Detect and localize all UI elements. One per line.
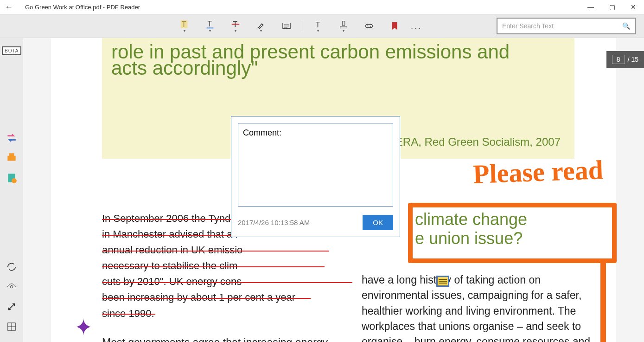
search-icon[interactable]: 🔍	[622, 22, 630, 30]
fax-tool[interactable]	[2, 148, 21, 167]
underline-tool[interactable]: T▾	[197, 17, 223, 35]
sticky-note-icon[interactable]	[436, 276, 449, 287]
bota-toggle[interactable]: BOTA	[2, 46, 21, 55]
clipboard-tool[interactable]	[2, 168, 21, 187]
ink-tool[interactable]: ▾	[248, 17, 274, 35]
search-box[interactable]: 🔍	[497, 18, 636, 34]
svg-rect-13	[7, 156, 15, 161]
ink-annotation-text[interactable]: Please read	[472, 154, 604, 190]
note-tool[interactable]	[274, 17, 299, 35]
body-column-1: Most governments agree that increasing e…	[102, 335, 343, 342]
ink-annotation-box[interactable]	[408, 203, 617, 263]
view-tool[interactable]	[2, 277, 21, 296]
more-tools-button[interactable]: ...	[407, 21, 426, 31]
left-sidebar: BOTA	[0, 38, 23, 342]
document-canvas[interactable]: role in past and present carbon emission…	[23, 38, 644, 342]
svg-text:T: T	[207, 19, 212, 27]
current-page[interactable]: 8	[612, 55, 625, 64]
stamp-tool[interactable]: ▾	[331, 17, 356, 35]
back-button[interactable]: ←	[5, 2, 16, 12]
total-pages: / 15	[628, 56, 638, 63]
svg-rect-11	[342, 21, 345, 25]
close-button[interactable]: ✕	[623, 0, 644, 14]
comment-textarea[interactable]: Comment:	[238, 123, 393, 206]
sync-tool[interactable]	[2, 258, 21, 276]
highlight-tool[interactable]: T▾	[172, 17, 197, 35]
svg-rect-1	[180, 20, 187, 28]
window-title: Go Green Work at Office.pdf - PDF Reader	[25, 4, 140, 11]
comment-dialog: Comment: 2017/4/26 10:13:58 AM OK	[231, 116, 400, 237]
grid-tool[interactable]	[2, 317, 21, 336]
star-annotation[interactable]: ✦	[74, 314, 93, 340]
search-input[interactable]	[502, 22, 622, 30]
svg-point-17	[10, 285, 13, 288]
textbox-tool[interactable]: T▾	[305, 17, 331, 35]
main-toolbar: T▾ T▾ T▾ ▾ T▾ ▾ ... 🔍	[0, 14, 644, 38]
svg-point-16	[12, 178, 17, 183]
fullscreen-tool[interactable]	[2, 297, 21, 316]
svg-rect-14	[9, 153, 14, 156]
quote-source: SERA, Red Green Socialism, 2007	[388, 136, 561, 148]
link-tool[interactable]	[356, 17, 382, 35]
body-column-2: have a long history of taking action on …	[362, 272, 607, 342]
comment-timestamp: 2017/4/26 10:13:58 AM	[238, 219, 310, 226]
svg-rect-12	[340, 26, 347, 28]
page-indicator[interactable]: 8 / 15	[606, 51, 644, 68]
minimize-button[interactable]: —	[580, 0, 601, 14]
convert-tool[interactable]	[2, 129, 21, 147]
maximize-button[interactable]: ▢	[601, 0, 623, 14]
ok-button[interactable]: OK	[363, 215, 393, 230]
svg-rect-6	[282, 23, 290, 29]
title-bar: ← Go Green Work at Office.pdf - PDF Read…	[0, 0, 644, 14]
bookmark-tool[interactable]	[382, 17, 407, 35]
strikethrough-tool[interactable]: T▾	[223, 17, 248, 35]
svg-text:T: T	[315, 20, 320, 28]
